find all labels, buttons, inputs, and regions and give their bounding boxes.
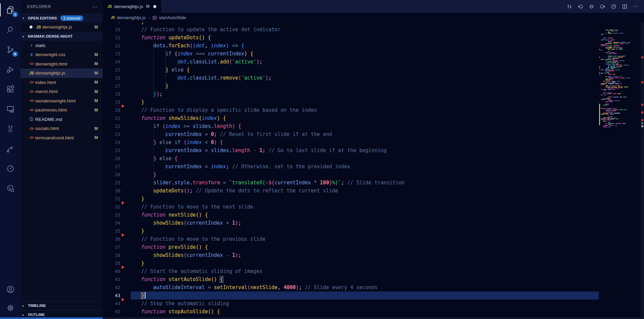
code-text[interactable]: }: [131, 82, 599, 90]
code-text[interactable]: function nextSlide() {: [131, 211, 599, 219]
account-icon[interactable]: [0, 280, 20, 299]
code-text[interactable]: if (index === currentIndex) {: [131, 50, 599, 58]
search-icon[interactable]: [0, 20, 20, 40]
code-text[interactable]: slider.style.transform = `translateX(-${…: [131, 179, 599, 187]
code-editor[interactable]: 9}10// Function to update the active dot…: [103, 22, 644, 319]
code-line-32[interactable]: 32// Function to move to the next slide: [103, 203, 599, 211]
code-text[interactable]: }: [131, 22, 599, 26]
file-tree-item-pastmoves.html[interactable]: <>pastmoves.htmlM: [20, 105, 103, 115]
open-editors-header[interactable]: ▾ OPEN EDITORS 1 unsaved: [20, 13, 103, 22]
file-tree-item-densenightjs.js[interactable]: JSdensenightjs.jsM: [20, 69, 103, 78]
code-line-39[interactable]: 39}: [103, 259, 599, 267]
code-line-38[interactable]: 38 showSlides(currentIndex - 1);: [103, 251, 599, 259]
run-and-debug-icon[interactable]: [0, 59, 20, 79]
code-text[interactable]: function updateDots() {: [131, 34, 599, 42]
gutter[interactable]: 24: [103, 138, 131, 146]
gutter[interactable]: 35: [103, 227, 131, 235]
gutter[interactable]: 16: [103, 74, 131, 82]
gutter[interactable]: 12: [103, 42, 131, 50]
code-text[interactable]: function stopAutoSlide() {: [131, 308, 599, 316]
code-text[interactable]: }: [131, 171, 599, 179]
code-text[interactable]: currentIndex = slides.length - 1; // Go …: [131, 146, 599, 154]
git-deleted-marker-icon[interactable]: [122, 298, 124, 301]
code-text[interactable]: if (index >= slides.length) {: [131, 122, 599, 130]
remote-explorer-icon[interactable]: [0, 99, 20, 119]
code-text[interactable]: });: [131, 90, 599, 98]
gutter[interactable]: 26: [103, 154, 131, 163]
split-editor-icon[interactable]: [622, 3, 628, 9]
code-line-43[interactable]: 43}: [103, 291, 599, 300]
gutter[interactable]: 32: [103, 203, 131, 211]
gutter[interactable]: 18: [103, 90, 131, 98]
code-line-24[interactable]: 24 } else if (index < 0) {: [103, 138, 599, 146]
code-line-22[interactable]: 22 if (index >= slides.length) {: [103, 122, 599, 130]
file-tree-item-densenight.html[interactable]: <>densenight.htmlM: [20, 59, 103, 69]
file-tree-item-densenight.css[interactable]: #densenight.cssM: [20, 50, 103, 59]
tab-dirty-dot-icon[interactable]: [153, 5, 156, 8]
gutter[interactable]: 17: [103, 82, 131, 90]
gutter[interactable]: 33: [103, 211, 131, 219]
explorer-icon[interactable]: 1: [0, 0, 20, 20]
code-line-17[interactable]: 17 }: [103, 82, 599, 90]
code-line-42[interactable]: 42 autoSlideInterval = setInterval(nextS…: [103, 283, 599, 291]
code-text[interactable]: currentIndex = 0; // Reset to first slid…: [131, 130, 599, 138]
source-control-graph-icon[interactable]: [566, 3, 572, 9]
settings-icon[interactable]: [0, 299, 20, 317]
git-deleted-marker-icon[interactable]: [122, 233, 124, 237]
gutter[interactable]: 42: [103, 283, 131, 291]
open-editor-item[interactable]: JSdensenightjs.jsM: [20, 22, 103, 32]
extension-history-icon[interactable]: [0, 158, 20, 178]
code-line-33[interactable]: 33function nextSlide() {: [103, 211, 599, 219]
code-text[interactable]: }: [131, 195, 599, 203]
code-line-14[interactable]: 14 dot.classList.add('active');: [103, 58, 599, 66]
gutter[interactable]: 25: [103, 146, 131, 154]
dirty-dot-icon[interactable]: [30, 26, 33, 29]
source-control-icon[interactable]: 9: [0, 40, 20, 59]
breadcrumb-symbol[interactable]: startAutoSlide: [159, 15, 186, 20]
git-deleted-marker-icon[interactable]: [122, 104, 124, 108]
tab-densenightjs[interactable]: JS densenightjs.js M: [103, 0, 161, 13]
previous-change-icon[interactable]: [577, 3, 583, 9]
code-line-21[interactable]: 21function showSlides(index) {: [103, 114, 599, 122]
git-deleted-marker-icon[interactable]: [122, 201, 124, 204]
code-line-9[interactable]: 9}: [103, 22, 599, 26]
extension-face-icon[interactable]: [0, 119, 20, 139]
code-line-18[interactable]: 18 });: [103, 90, 599, 98]
code-text[interactable]: showSlides(currentIndex - 1);: [131, 251, 599, 259]
code-line-26[interactable]: 26 } else {: [103, 154, 599, 163]
code-line-45[interactable]: 45function stopAutoSlide() {: [103, 308, 599, 316]
timeline-panel-header[interactable]: ▸ TIMELINE: [20, 301, 103, 310]
gutter[interactable]: 22: [103, 122, 131, 130]
gutter[interactable]: 28: [103, 171, 131, 179]
code-line-27[interactable]: 27 currentIndex = index; // Otherwise, s…: [103, 163, 599, 171]
project-folder-header[interactable]: ▾ NASMAK-DENSE-NIGHT: [20, 32, 103, 41]
file-tree-item-index.html[interactable]: <>index.htmlM: [20, 78, 103, 87]
code-line-40[interactable]: 40// Start the automatic sliding of imag…: [103, 267, 599, 275]
code-text[interactable]: dot.classList.add('active');: [131, 58, 599, 66]
code-text[interactable]: // Function to move to the next slide: [131, 203, 599, 211]
code-area[interactable]: 9}10// Function to update the active dot…: [103, 22, 599, 319]
code-text[interactable]: updateDots(); // Update the dots to refl…: [131, 187, 599, 195]
code-line-41[interactable]: 41function startAutoSlide() {: [103, 275, 599, 283]
open-change-icon[interactable]: [588, 3, 594, 9]
gutter[interactable]: 21: [103, 114, 131, 122]
code-text[interactable]: dot.classList.remove('active');: [131, 74, 599, 82]
overview-ruler[interactable]: [641, 22, 644, 319]
code-text[interactable]: } else if (index < 0) {: [131, 138, 599, 146]
gutter[interactable]: 15: [103, 66, 131, 74]
code-text[interactable]: // Function to update the active dot ind…: [131, 26, 599, 34]
code-line-23[interactable]: 23 currentIndex = 0; // Reset to first s…: [103, 130, 599, 138]
code-line-31[interactable]: 31}: [103, 195, 599, 203]
minimap[interactable]: [599, 22, 641, 319]
code-line-30[interactable]: 30 updateDots(); // Update the dots to r…: [103, 187, 599, 195]
code-text[interactable]: }: [131, 227, 599, 235]
code-text[interactable]: showSlides(currentIndex + 1);: [131, 219, 599, 227]
file-tree-item-README.md[interactable]: ⓘREADME.md: [20, 115, 103, 124]
code-line-19[interactable]: 19}: [103, 98, 599, 106]
file-tree-item-owndensenight.html[interactable]: <>owndensenight.htmlM: [20, 96, 103, 106]
code-text[interactable]: // Stop the automatic sliding: [131, 300, 599, 308]
code-line-15[interactable]: 15 } else {: [103, 66, 599, 74]
gutter[interactable]: 34: [103, 219, 131, 227]
git-deleted-marker-icon[interactable]: [122, 266, 124, 269]
code-line-37[interactable]: 37function prevSlide() {: [103, 243, 599, 251]
